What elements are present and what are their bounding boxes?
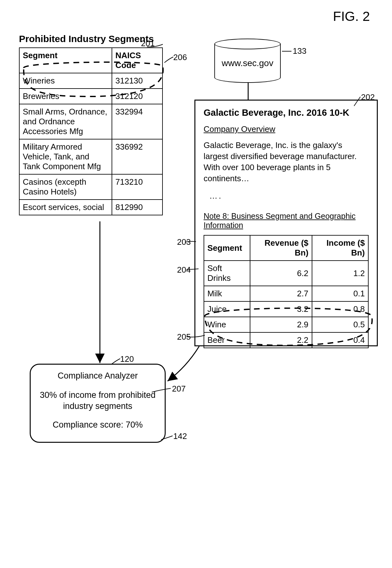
overview-text: Galactic Beverage, Inc. is the galaxy's … bbox=[204, 140, 369, 184]
ref-207: 207 bbox=[172, 384, 186, 394]
seg-header-income: Income ($ Bn) bbox=[312, 235, 368, 261]
table-row: Casinos (excepth Casino Hotels)713210 bbox=[19, 174, 162, 200]
seg-revenue: 2.9 bbox=[250, 317, 312, 332]
seg-revenue: 3.2 bbox=[250, 301, 312, 317]
seg-revenue: 6.2 bbox=[250, 261, 312, 286]
table-row: Small Arms, Ordnance, and Ordnance Acces… bbox=[19, 104, 162, 139]
prohibited-table: Segment NAICS Code Wineries312130 Brewer… bbox=[19, 47, 163, 215]
seg-revenue: 2.2 bbox=[250, 332, 312, 348]
seg-name: Beer bbox=[204, 332, 250, 348]
prohibited-segment: Military Armored Vehicle, Tank, and Tank… bbox=[19, 139, 112, 174]
ref-120: 120 bbox=[120, 354, 134, 364]
seg-name: Milk bbox=[204, 286, 250, 301]
ref-133: 133 bbox=[293, 46, 306, 56]
seg-header-revenue: Revenue ($ Bn) bbox=[250, 235, 312, 261]
note8-label: Note 8: Business Segment and Geographic … bbox=[204, 212, 369, 230]
figure-label: FIG. 2 bbox=[333, 9, 370, 24]
analyzer-finding: 30% of income from prohibited industry s… bbox=[31, 390, 165, 412]
segment-table: Segment Revenue ($ Bn) Income ($ Bn) Sof… bbox=[204, 235, 369, 348]
table-row: Wine2.90.5 bbox=[204, 317, 368, 332]
seg-income: 0.5 bbox=[312, 317, 368, 332]
document-panel: Galactic Beverage, Inc. 2016 10-K Compan… bbox=[194, 100, 378, 346]
table-row: Breweries312120 bbox=[19, 89, 162, 104]
database-label: www.sec.gov bbox=[214, 58, 281, 68]
seg-name: Soft Drinks bbox=[204, 261, 250, 286]
prohibited-header-segment: Segment bbox=[19, 48, 112, 73]
prohibited-naics: 312120 bbox=[112, 89, 162, 104]
prohibited-header-naics: NAICS Code bbox=[112, 48, 162, 73]
prohibited-segment: Casinos (excepth Casino Hotels) bbox=[19, 174, 112, 200]
ellipsis: …. bbox=[209, 191, 369, 201]
seg-income: 0.1 bbox=[312, 286, 368, 301]
analyzer-title: Compliance Analyzer bbox=[31, 371, 165, 381]
analyzer-score: Compliance score: 70% bbox=[31, 420, 165, 430]
compliance-analyzer: Compliance Analyzer 30% of income from p… bbox=[30, 364, 166, 443]
database-cylinder: www.sec.gov bbox=[214, 39, 281, 83]
prohibited-naics: 713210 bbox=[112, 174, 162, 200]
seg-name: Juice bbox=[204, 301, 250, 317]
table-row: Wineries312130 bbox=[19, 73, 162, 89]
table-row: Beer2.20.4 bbox=[204, 332, 368, 348]
table-row: Escort services, social812990 bbox=[19, 200, 162, 215]
prohibited-naics: 332994 bbox=[112, 104, 162, 139]
seg-header-segment: Segment bbox=[204, 235, 250, 261]
seg-income: 1.2 bbox=[312, 261, 368, 286]
ref-202: 202 bbox=[361, 92, 375, 102]
ref-206: 206 bbox=[173, 52, 187, 62]
seg-name: Wine bbox=[204, 317, 250, 332]
prohibited-naics: 812990 bbox=[112, 200, 162, 215]
seg-income: 0.8 bbox=[312, 301, 368, 317]
ref-204: 204 bbox=[177, 265, 191, 275]
seg-revenue: 2.7 bbox=[250, 286, 312, 301]
overview-label: Company Overview bbox=[204, 124, 369, 134]
seg-income: 0.4 bbox=[312, 332, 368, 348]
table-row: Military Armored Vehicle, Tank, and Tank… bbox=[19, 139, 162, 174]
ref-142: 142 bbox=[173, 431, 187, 441]
prohibited-segment: Escort services, social bbox=[19, 200, 112, 215]
table-row: Soft Drinks6.21.2 bbox=[204, 261, 368, 286]
document-title: Galactic Beverage, Inc. 2016 10-K bbox=[204, 108, 369, 118]
prohibited-naics: 312130 bbox=[112, 73, 162, 89]
prohibited-title: Prohibited Industry Segments bbox=[19, 34, 154, 44]
ref-205: 205 bbox=[177, 332, 191, 342]
prohibited-segment: Breweries bbox=[19, 89, 112, 104]
table-row: Juice3.20.8 bbox=[204, 301, 368, 317]
table-row: Milk2.70.1 bbox=[204, 286, 368, 301]
ref-203: 203 bbox=[177, 237, 191, 247]
ref-201: 201 bbox=[141, 39, 155, 48]
prohibited-naics: 336992 bbox=[112, 139, 162, 174]
prohibited-segment: Wineries bbox=[19, 73, 112, 89]
prohibited-segment: Small Arms, Ordnance, and Ordnance Acces… bbox=[19, 104, 112, 139]
